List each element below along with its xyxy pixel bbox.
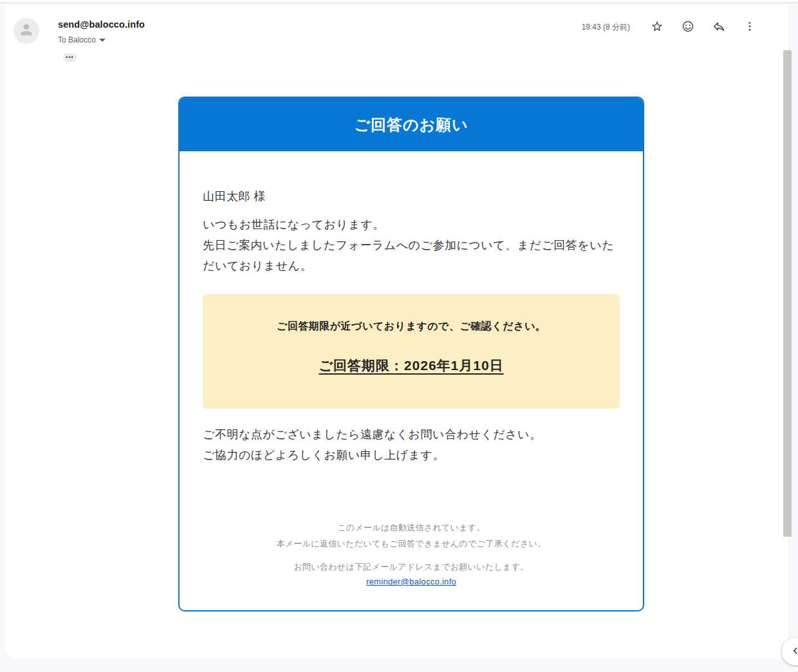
star-button[interactable] bbox=[644, 14, 670, 40]
closing-paragraph: ご不明な点がございましたら遠慮なくお問い合わせください。ご協力のほどよろしくお願… bbox=[203, 424, 620, 465]
chevron-down-icon bbox=[99, 39, 106, 42]
contact-note: お問い合わせは下記メールアドレスまでお願いいたします。reminder@balo… bbox=[203, 559, 620, 589]
more-options-button[interactable] bbox=[737, 14, 763, 40]
auto-send-note: このメールは自動送信されています。本メールに返信いただいてもご回答できませんので… bbox=[203, 519, 620, 552]
auto-send-line-1: このメールは自動送信されています。 bbox=[337, 523, 485, 532]
recipient-details-toggle[interactable]: To Balocco bbox=[58, 35, 145, 44]
contact-line: お問い合わせは下記メールアドレスまでお願いいたします。 bbox=[293, 562, 528, 572]
deadline-date: ご回答期限：2026年1月10日 bbox=[216, 356, 607, 375]
add-reaction-icon bbox=[682, 20, 694, 35]
person-icon bbox=[18, 21, 35, 41]
deadline-highlight-box: ご回答期限が近づいておりますので、ご確認ください。 ご回答期限：2026年1月1… bbox=[203, 294, 620, 409]
toolbar-divider bbox=[0, 0, 798, 3]
sender-block: send@balocco.info To Balocco bbox=[58, 19, 145, 44]
more-vert-icon bbox=[743, 20, 756, 35]
star-icon bbox=[651, 20, 663, 35]
message-header-actions: 19:43 (8 分前) bbox=[582, 14, 763, 40]
intro-line-1: いつもお世話になっております。 bbox=[203, 218, 385, 231]
reply-button[interactable] bbox=[706, 14, 732, 40]
greeting-text: 山田太郎 様 bbox=[203, 186, 620, 207]
email-title: ご回答のお願い bbox=[354, 115, 468, 135]
show-trimmed-content-button[interactable]: ••• bbox=[63, 53, 77, 62]
message-timestamp: 19:43 (8 分前) bbox=[582, 22, 630, 33]
closing-line-1: ご不明な点がございましたら遠慮なくお問い合わせください。 bbox=[203, 428, 541, 441]
intro-line-2: 先日ご案内いたしましたフォーラムへのご参加について、まだご回答をいただいておりま… bbox=[203, 239, 614, 272]
sender-email[interactable]: send@balocco.info bbox=[58, 19, 145, 30]
email-body-card: ご回答のお願い 山田太郎 様 いつもお世話になっております。先日ご案内いたしまし… bbox=[178, 97, 644, 611]
auto-send-line-2: 本メールに返信いただいてもご回答できませんのでご了承ください。 bbox=[276, 539, 546, 548]
email-footer: このメールは自動送信されています。本メールに返信いただいてもご回答できませんので… bbox=[203, 519, 620, 589]
closing-line-2: ご協力のほどよろしくお願い申し上げます。 bbox=[203, 449, 445, 462]
chevron-left-icon bbox=[789, 644, 798, 659]
recipient-label: To Balocco bbox=[58, 35, 96, 44]
deadline-notice: ご回答期限が近づいておりますので、ご確認ください。 bbox=[216, 317, 607, 335]
email-card-header: ご回答のお願い bbox=[180, 98, 643, 151]
vertical-scrollbar-thumb[interactable] bbox=[783, 50, 792, 537]
email-reading-pane: send@balocco.info To Balocco ••• 19:43 (… bbox=[5, 4, 788, 659]
intro-paragraph: いつもお世話になっております。先日ご案内いたしましたフォーラムへのご参加について… bbox=[203, 214, 620, 276]
reply-icon bbox=[712, 20, 725, 35]
add-reaction-button[interactable] bbox=[675, 14, 701, 40]
email-card-body: 山田太郎 様 いつもお世話になっております。先日ご案内いたしましたフォーラムへの… bbox=[180, 151, 643, 589]
avatar[interactable] bbox=[14, 18, 39, 44]
contact-email-link[interactable]: reminder@balocco.info bbox=[366, 577, 456, 586]
